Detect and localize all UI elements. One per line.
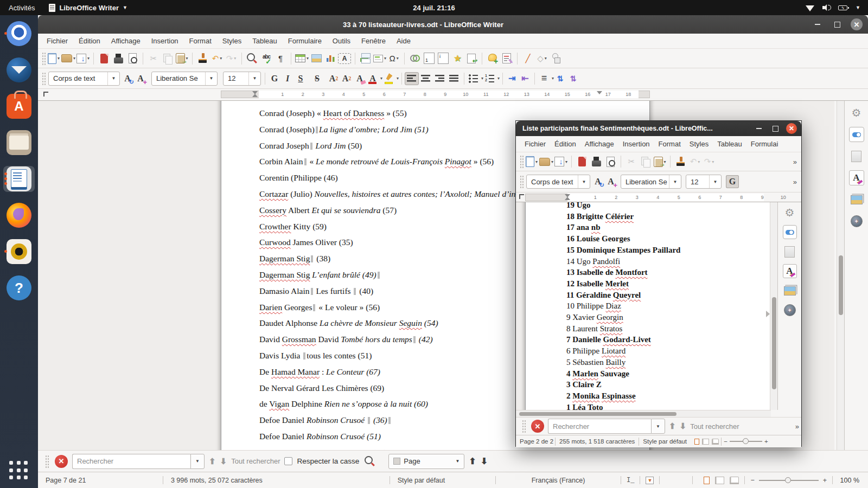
book-view-icon[interactable] [730,477,739,484]
menu-item[interactable]: Formulai [746,140,783,148]
sidebar-settings-icon[interactable] [849,105,864,120]
bold-button[interactable]: G [268,72,281,85]
clone-formatting-icon[interactable] [674,155,687,168]
chevron-down-icon[interactable]: ▼ [205,72,217,85]
find-next-icon[interactable]: ⬇ [680,421,687,431]
underline-button[interactable]: S [294,72,307,85]
sidebar-settings-icon[interactable] [783,206,797,220]
insert-mode-status[interactable]: I_ [627,477,634,484]
page-number-status[interactable]: Page 7 de 21 [38,477,163,484]
symbol-shapes-icon[interactable] [550,52,563,65]
popup-horizontal-ruler[interactable]: 12345678910 [516,192,801,202]
subscript-button[interactable]: A2 [340,72,353,85]
insert-line-icon[interactable]: ╱ [521,52,534,65]
export-pdf-icon[interactable] [98,52,111,65]
menu-item[interactable]: Fenêtre [356,37,391,45]
menu-item[interactable]: Affichage [580,140,618,148]
chevron-down-icon[interactable]: ▾ [497,76,500,81]
main-horizontal-ruler[interactable]: 123456789101112131415161718 [38,89,868,101]
zoom-percent[interactable]: 100 % [838,477,863,484]
activities-button[interactable]: Activités [9,4,35,12]
line-spacing-button[interactable] [538,72,551,85]
bullet-list-button[interactable] [467,72,480,85]
new-document-icon[interactable]: ▾ [525,155,538,168]
menu-item[interactable]: Outils [327,37,356,45]
menu-item[interactable]: Tableau [713,140,746,148]
undo-icon[interactable]: ↶▾ [210,52,224,65]
toolbar-drag-handle[interactable] [42,52,46,65]
toolbar-overflow-icon[interactable]: » [793,158,797,166]
paste-icon[interactable]: ▾ [175,52,188,65]
dock-files[interactable] [3,130,35,156]
tab-stop-selector[interactable] [43,92,48,97]
font-name-combo[interactable]: Liberation Se ▼ [151,72,218,86]
find-all-label[interactable]: Tout rechercher [231,457,280,465]
minimize-button[interactable] [812,18,824,30]
sidebar-gallery-icon[interactable] [849,192,864,207]
scrollbar-thumb[interactable] [519,412,676,416]
justify-button[interactable] [447,72,461,85]
new-style-icon[interactable] [134,72,147,85]
redo-icon[interactable]: ↷▾ [703,155,716,168]
sidebar-show-arrow[interactable] [766,311,770,317]
font-color-button[interactable]: A [366,72,379,85]
scrollbar-thumb[interactable] [772,297,776,389]
dock-firefox[interactable] [3,202,35,228]
zoom-out-icon[interactable]: − [724,438,727,445]
undo-icon[interactable]: ↶▾ [688,155,701,168]
formatting-marks-icon[interactable]: ¶ [274,52,287,65]
open-icon[interactable]: ▾ [539,155,553,168]
tab-stop-selector[interactable] [519,194,524,199]
bold-button[interactable]: G [726,175,739,188]
find-and-replace-icon[interactable] [363,455,376,468]
chevron-down-icon[interactable]: ▼ [578,175,590,188]
close-button[interactable]: ✕ [786,123,797,134]
zoom-out-icon[interactable]: − [750,477,754,484]
zoom-slider[interactable] [759,480,819,481]
copy-icon[interactable] [161,52,174,65]
sidebar-navigator-icon[interactable] [849,214,864,229]
font-size-combo[interactable]: 12 ▼ [223,72,261,86]
font-size-combo[interactable]: 12 ▼ [686,175,722,189]
increase-indent-button[interactable] [506,72,519,85]
align-center-button[interactable] [419,72,433,85]
menu-item[interactable]: Insertion [146,37,184,45]
single-page-view-icon[interactable] [694,439,699,445]
menu-item[interactable]: Formulaire [283,37,327,45]
dock-thunderbird[interactable] [3,57,35,83]
popup-vertical-scrollbar[interactable] [770,202,777,410]
show-applications-button[interactable] [9,461,29,480]
chevron-down-icon[interactable]: ▼ [709,175,721,188]
align-right-button[interactable] [433,72,447,85]
match-case-label[interactable]: Respecter la casse [297,457,359,465]
italic-button[interactable]: I [281,72,294,85]
sidebar-styles-icon[interactable] [849,170,864,185]
copy-icon[interactable] [639,155,652,168]
chevron-down-icon[interactable]: ▼ [669,175,681,188]
book-view-icon[interactable] [712,439,719,445]
close-find-bar-icon[interactable]: ✕ [55,455,68,468]
menu-item[interactable]: Insertion [618,140,654,148]
clock[interactable]: 24 juil. 21:16 [0,4,868,12]
navigate-by-combo[interactable]: Page ▼ [388,454,464,469]
system-menu-chevron-icon[interactable]: ▼ [856,5,860,10]
dock-rhythmbox[interactable] [3,239,35,265]
indent-marker[interactable] [252,94,258,97]
chevron-down-icon[interactable]: ▼ [107,72,119,85]
menu-item[interactable]: Aide [391,37,416,45]
maximize-button[interactable] [770,123,781,134]
toolbar-drag-handle[interactable] [520,175,524,188]
main-vertical-scrollbar[interactable] [837,101,844,450]
indent-marker[interactable] [565,197,570,200]
align-left-button[interactable] [405,72,419,85]
decrease-paragraph-spacing-button[interactable] [567,72,580,85]
sidebar-page-icon[interactable] [783,245,797,259]
maximize-button[interactable] [831,18,843,30]
update-style-icon[interactable] [591,175,604,188]
print-icon[interactable] [112,52,125,65]
highlight-color-button[interactable] [382,72,395,85]
focused-app-menu[interactable]: LibreOffice Writer ▼ [49,4,127,12]
multi-page-view-icon[interactable] [702,439,709,445]
toolbar-drag-handle[interactable] [42,72,46,85]
insert-footnote-icon[interactable] [423,52,436,65]
